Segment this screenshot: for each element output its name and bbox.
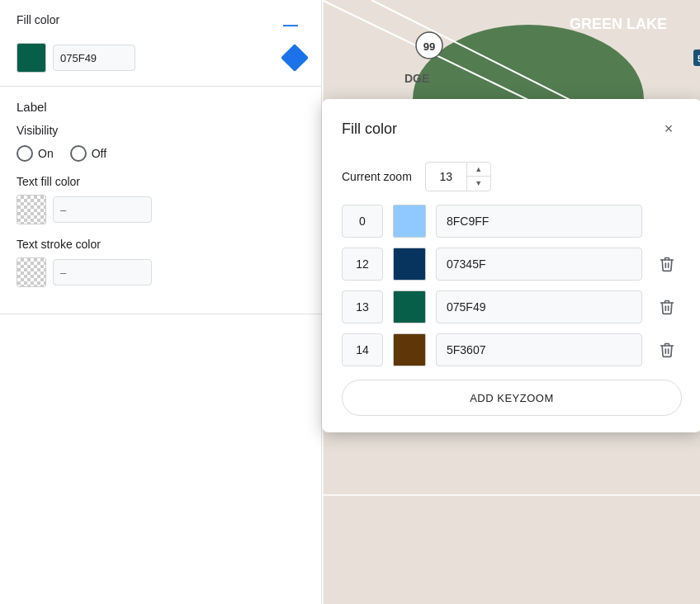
radio-off-circle[interactable]: [70, 145, 87, 162]
kz-color-swatch[interactable]: [393, 248, 426, 281]
text-fill-input[interactable]: –: [53, 196, 152, 223]
left-panel: Fill color — Label Visibility On Off: [0, 0, 322, 604]
kz-color-input[interactable]: [436, 290, 642, 323]
fill-color-swatch[interactable]: [17, 43, 46, 73]
popup-title: Fill color: [342, 120, 397, 138]
keyzoom-row: 0: [342, 205, 682, 238]
radio-off-label: Off: [92, 147, 106, 160]
kz-color-swatch[interactable]: [393, 290, 426, 323]
svg-text:99: 99: [423, 40, 435, 53]
close-icon: ×: [665, 120, 674, 138]
kz-delete-button[interactable]: [652, 335, 682, 365]
fill-color-minus[interactable]: —: [277, 17, 305, 34]
trash-icon: [659, 299, 675, 315]
kz-zoom-number: 14: [342, 333, 383, 366]
kz-delete-button[interactable]: [652, 249, 682, 279]
kz-zoom-number: 13: [342, 290, 383, 323]
svg-text:DGE: DGE: [404, 72, 429, 85]
kz-color-swatch[interactable]: [393, 333, 426, 366]
fill-color-section: Fill color —: [0, 0, 321, 87]
add-keyzoom-button[interactable]: ADD KEYZOOM: [342, 380, 682, 416]
kz-zoom-number: 12: [342, 248, 383, 281]
fill-color-left: Fill color: [17, 13, 59, 36]
kz-color-input[interactable]: [436, 248, 642, 281]
diamond-icon[interactable]: [281, 44, 309, 72]
keyzoom-rows: 0 12 13: [322, 205, 700, 366]
kz-color-swatch[interactable]: [393, 205, 426, 238]
label-title: Label: [17, 100, 305, 114]
keyzoom-row: 14: [342, 333, 682, 366]
popup-close-button[interactable]: ×: [655, 116, 682, 142]
kz-color-input[interactable]: [436, 333, 642, 366]
svg-text:GREEN LAKE: GREEN LAKE: [570, 16, 667, 32]
text-fill-row: –: [17, 195, 305, 224]
fill-color-title: Fill color: [17, 13, 59, 26]
keyzoom-row: 13: [342, 290, 682, 323]
text-stroke-row: –: [17, 257, 305, 287]
visibility-radio-group: On Off: [17, 145, 305, 162]
trash-icon: [659, 256, 675, 272]
radio-on-option[interactable]: On: [17, 145, 54, 162]
kz-color-input[interactable]: [436, 205, 642, 238]
zoom-control[interactable]: 13 ▲ ▼: [425, 162, 491, 191]
fill-color-popup: Fill color × Current zoom 13 ▲ ▼ 0 12: [322, 99, 700, 432]
popup-header: Fill color ×: [322, 99, 700, 155]
add-keyzoom-label: ADD KEYZOOM: [470, 392, 554, 404]
fill-color-input-row: [17, 43, 135, 73]
radio-off-option[interactable]: Off: [70, 145, 106, 162]
text-stroke-swatch[interactable]: [17, 257, 46, 287]
radio-on-label: On: [38, 147, 54, 160]
keyzoom-row: 12: [342, 248, 682, 281]
zoom-up-arrow[interactable]: ▲: [467, 163, 490, 177]
current-zoom-label: Current zoom: [342, 170, 412, 183]
zoom-down-arrow[interactable]: ▼: [467, 177, 490, 191]
kz-zoom-number: 0: [342, 205, 383, 238]
kz-delete-button[interactable]: [652, 292, 682, 322]
text-stroke-input[interactable]: –: [53, 259, 152, 285]
visibility-label: Visibility: [17, 124, 305, 137]
trash-icon: [659, 342, 675, 358]
text-stroke-label: Text stroke color: [17, 238, 305, 251]
zoom-arrows: ▲ ▼: [467, 163, 490, 191]
label-section: Label Visibility On Off Text fill color …: [0, 87, 321, 314]
fill-color-input[interactable]: [53, 45, 135, 71]
text-fill-swatch[interactable]: [17, 195, 46, 224]
zoom-row: Current zoom 13 ▲ ▼: [322, 155, 700, 205]
text-fill-label: Text fill color: [17, 175, 305, 188]
zoom-value: 13: [426, 163, 467, 191]
radio-on-circle[interactable]: [17, 145, 33, 162]
